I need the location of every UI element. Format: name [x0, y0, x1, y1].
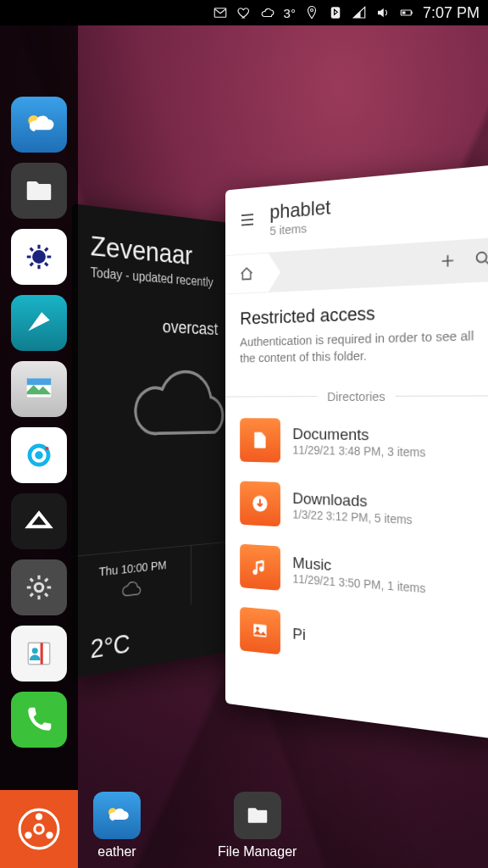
restricted-body: Authentication is required in order to s…: [240, 326, 484, 366]
svg-point-17: [45, 447, 48, 450]
launcher-dekko[interactable]: [11, 295, 67, 351]
launcher-gallery[interactable]: [11, 361, 67, 417]
svg-point-24: [25, 832, 31, 838]
hamburger-icon[interactable]: [238, 209, 256, 233]
svg-point-23: [36, 813, 42, 820]
directory-list: Documents11/29/21 3:48 PM, 3 itemsDownlo…: [225, 408, 488, 689]
launcher-camera[interactable]: [11, 427, 67, 483]
caption-label: eather: [97, 844, 136, 860]
svg-rect-14: [27, 378, 52, 385]
volume-icon: [375, 5, 391, 20]
directory-row[interactable]: Documents11/29/21 3:48 PM, 3 items: [225, 408, 488, 478]
weather-temp-now: 2°C: [91, 628, 130, 665]
launcher-files[interactable]: [11, 163, 67, 219]
weather-hour-label: Thu 10:00 PM: [72, 555, 191, 581]
svg-point-6: [477, 252, 487, 262]
switcher-card-files[interactable]: phablet 5 items Restricted access Authen…: [225, 164, 488, 740]
folder-icon: [240, 418, 280, 463]
launcher-covid[interactable]: [11, 229, 67, 285]
mail-icon: [213, 5, 228, 20]
launcher: [0, 25, 78, 868]
caption-label: File Manager: [218, 844, 297, 860]
status-bar: 3° 7:07 PM: [0, 0, 488, 25]
bluetooth-icon: [328, 5, 343, 20]
dir-name: Pi: [292, 624, 305, 643]
launcher-contacts[interactable]: [11, 626, 67, 682]
restricted-banner: Restricted access Authentication is requ…: [225, 281, 488, 376]
launcher-settings[interactable]: [11, 559, 67, 615]
svg-rect-19: [28, 643, 49, 664]
svg-rect-4: [411, 12, 413, 14]
svg-rect-2: [331, 7, 341, 19]
section-header: Directories: [225, 371, 488, 409]
add-icon[interactable]: [438, 250, 458, 274]
svg-rect-20: [41, 643, 43, 664]
folder-icon: [240, 481, 280, 526]
status-temp: 3°: [284, 6, 296, 20]
svg-point-12: [32, 250, 46, 264]
battery-icon: [399, 5, 414, 20]
launcher-phone[interactable]: [11, 692, 67, 748]
folder-icon: [240, 543, 280, 590]
svg-point-16: [35, 451, 43, 459]
search-icon[interactable]: [474, 248, 488, 272]
launcher-home-button[interactable]: [0, 790, 78, 868]
svg-point-25: [46, 832, 53, 838]
caption-weather[interactable]: eather: [93, 792, 141, 860]
restricted-title: Restricted access: [240, 298, 484, 330]
dir-name: Documents: [292, 425, 425, 445]
launcher-weather[interactable]: [11, 97, 67, 153]
dir-detail: 11/29/21 3:48 PM, 3 items: [292, 442, 425, 459]
svg-rect-5: [402, 12, 406, 14]
svg-point-18: [35, 583, 43, 592]
caption-files[interactable]: File Manager: [218, 792, 297, 860]
breadcrumb-home[interactable]: [225, 253, 269, 294]
status-time: 7:07 PM: [423, 4, 480, 22]
section-label: Directories: [327, 388, 385, 403]
launcher-anbox[interactable]: [11, 493, 67, 549]
svg-point-26: [35, 825, 43, 833]
folder-icon: [240, 606, 280, 654]
signal-icon: [352, 5, 367, 20]
heart-icon: [236, 5, 252, 20]
svg-point-21: [32, 648, 38, 654]
location-icon: [304, 5, 319, 20]
svg-rect-0: [214, 8, 226, 18]
svg-point-1: [310, 9, 313, 12]
cloud-icon: [260, 5, 275, 20]
